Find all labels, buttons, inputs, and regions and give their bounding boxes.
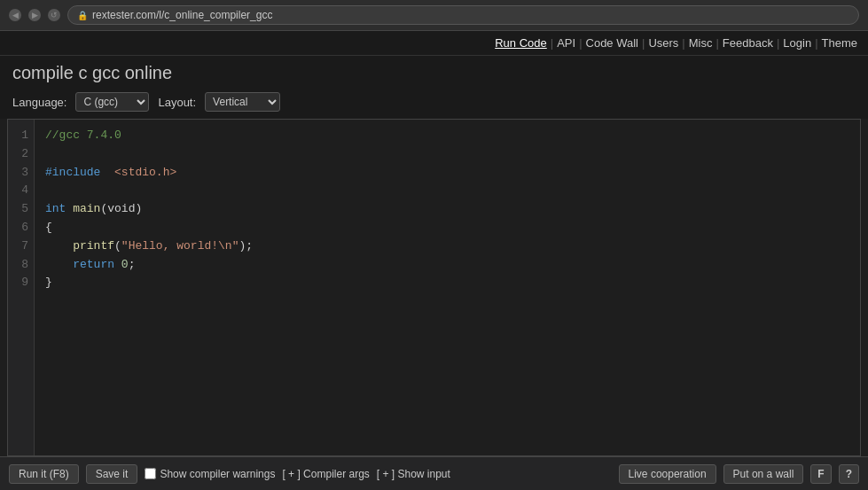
reload-button[interactable]: ↺ — [48, 9, 60, 21]
code-line-2 — [45, 145, 849, 164]
layout-label: Layout: — [158, 96, 196, 109]
code-line-8: return 0; — [45, 256, 849, 275]
save-button[interactable]: Save it — [86, 464, 138, 484]
code-line-1: //gcc 7.4.0 — [45, 127, 849, 145]
show-input-label[interactable]: [ + ] Show input — [377, 468, 450, 480]
nav-users[interactable]: Users — [648, 36, 678, 50]
nav-misc[interactable]: Misc — [689, 36, 713, 50]
code-line-5: int main(void) — [45, 200, 849, 219]
show-warnings-label[interactable]: Show compiler warnings — [145, 468, 275, 480]
address-bar[interactable]: 🔒 rextester.com/l/c_online_compiler_gcc — [67, 5, 859, 25]
back-button[interactable]: ◀ — [9, 9, 21, 21]
nav-theme[interactable]: Theme — [822, 36, 857, 50]
fullscreen-button[interactable]: F — [810, 464, 831, 484]
put-on-wall-button[interactable]: Put on a wall — [723, 464, 804, 484]
code-line-9: } — [45, 274, 849, 292]
page-title: compile c gcc online — [12, 63, 856, 83]
page-header: compile c gcc online — [0, 56, 868, 89]
live-cooperation-button[interactable]: Live cooperation — [619, 464, 716, 484]
layout-select[interactable]: Vertical Horizontal — [205, 92, 280, 112]
code-line-7: printf("Hello, world!\n"); — [45, 237, 849, 256]
nav-login[interactable]: Login — [783, 36, 811, 50]
bottom-bar: Run it (F8) Save it Show compiler warnin… — [0, 456, 868, 490]
url-text: rextester.com/l/c_online_compiler_gcc — [92, 9, 272, 21]
line-numbers: 1 2 3 4 5 6 7 8 9 — [8, 120, 35, 455]
run-button[interactable]: Run it (F8) — [9, 464, 79, 484]
code-line-3: #include <stdio.h> — [45, 164, 849, 183]
nav-api[interactable]: API — [557, 36, 575, 50]
nav-feedback[interactable]: Feedback — [723, 36, 773, 50]
toolbar: Language: C (gcc) C++ (gcc) Java Python … — [0, 89, 868, 119]
nav-code-wall[interactable]: Code Wall — [586, 36, 638, 50]
language-select[interactable]: C (gcc) C++ (gcc) Java Python 3 — [75, 92, 149, 112]
compiler-args-label[interactable]: [ + ] Compiler args — [282, 468, 369, 480]
top-nav: Run Code | API | Code Wall | Users | Mis… — [0, 31, 868, 56]
code-line-6: { — [45, 219, 849, 237]
editor-container: 1 2 3 4 5 6 7 8 9 //gcc 7.4.0 #include <… — [7, 119, 861, 456]
help-button[interactable]: ? — [839, 464, 859, 484]
forward-button[interactable]: ▶ — [28, 9, 41, 21]
browser-chrome: ◀ ▶ ↺ 🔒 rextester.com/l/c_online_compile… — [0, 0, 868, 31]
show-warnings-text: Show compiler warnings — [160, 468, 275, 480]
code-line-4 — [45, 182, 849, 200]
language-label: Language: — [12, 96, 66, 109]
nav-run-code[interactable]: Run Code — [495, 36, 547, 50]
code-editor[interactable]: //gcc 7.4.0 #include <stdio.h> int main(… — [35, 120, 860, 455]
lock-icon: 🔒 — [77, 11, 88, 20]
show-warnings-checkbox[interactable] — [145, 468, 156, 479]
